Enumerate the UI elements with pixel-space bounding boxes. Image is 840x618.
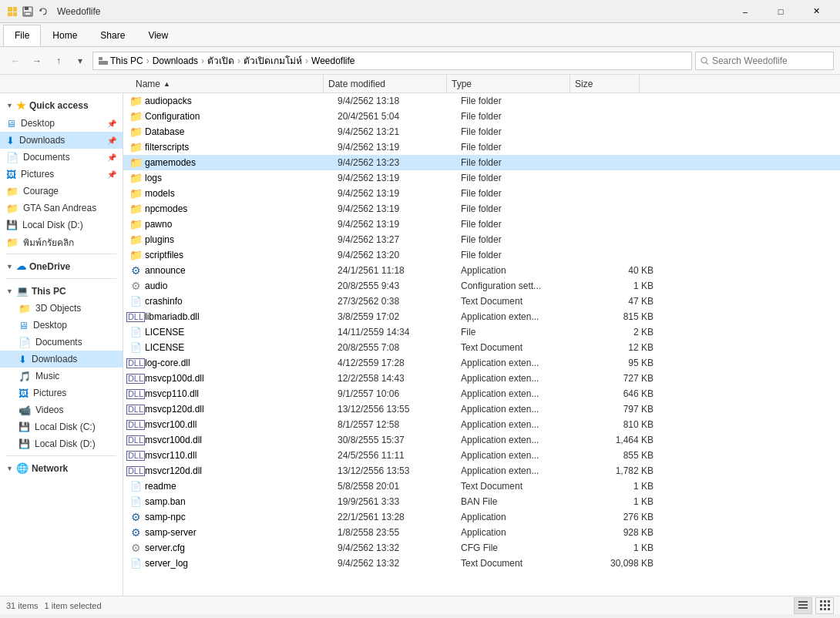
breadcrumb-part2[interactable]: ตัวเปิดเกมโม่ห์ [244,53,302,68]
download-icon: ⬇ [6,135,15,146]
table-row[interactable]: DLL msvcp100d.dll 12/2/2558 14:43 Applic… [123,371,840,386]
table-row[interactable]: 📁 models 9/4/2562 13:19 File folder [123,186,840,201]
file-type-icon: 📄 [129,480,142,492]
close-button[interactable]: ✕ [798,0,834,23]
table-row[interactable]: 📁 Configuration 20/4/2561 5:04 File fold… [123,109,840,124]
sidebar-item-courage[interactable]: 📁 Courage [0,183,123,200]
file-type-icon: 📁 [129,249,142,261]
sidebar-item-documents[interactable]: 📄 Documents 📌 [0,149,123,166]
file-date: 24/1/2561 11:18 [338,265,461,276]
table-row[interactable]: 📁 scriptfiles 9/4/2562 13:20 File folder [123,247,840,263]
breadcrumb-part1[interactable]: ตัวเปิด [207,53,234,68]
window-title: Weedoflife [57,6,100,17]
table-row[interactable]: 📁 gamemodes 9/4/2562 13:23 File folder [123,155,840,170]
table-row[interactable]: 📁 pawno 9/4/2562 13:19 File folder [123,217,840,232]
table-row[interactable]: DLL log-core.dll 4/12/2559 17:28 Applica… [123,355,840,371]
sidebar-group-onedrive[interactable]: ▼ ☁ OneDrive [0,257,123,275]
table-row[interactable]: DLL msvcp110.dll 9/1/2557 10:06 Applicat… [123,386,840,401]
sidebar-group-thispc[interactable]: ▼ 💻 This PC [0,282,123,300]
minimize-button[interactable]: – [727,0,763,23]
col-header-size[interactable]: Size [570,75,640,92]
table-row[interactable]: ⚙ server.cfg 9/4/2562 13:32 CFG File 1 K… [123,540,840,556]
file-name: LICENSE [145,327,338,338]
table-row[interactable]: ⚙ samp-npc 22/1/2561 13:28 Application 2… [123,509,840,525]
file-type-text: File [461,327,584,338]
table-row[interactable]: 📄 crashinfo 27/3/2562 0:38 Text Document… [123,294,840,309]
sidebar-item-desktop[interactable]: 🖥 Desktop 📌 [0,115,123,132]
sidebar-group-quickaccess[interactable]: ▼ ★ Quick access [0,96,123,115]
table-row[interactable]: 📁 plugins 9/4/2562 13:27 File folder [123,232,840,247]
table-row[interactable]: DLL libmariadb.dll 3/8/2559 17:02 Applic… [123,309,840,324]
table-row[interactable]: DLL msvcr120d.dll 13/12/2556 13:53 Appli… [123,463,840,479]
file-type-text: Application [461,265,584,276]
maximize-button[interactable]: □ [763,0,798,23]
table-row[interactable]: 📁 logs 9/4/2562 13:19 File folder [123,170,840,186]
tab-home[interactable]: Home [41,25,89,46]
table-row[interactable]: 📄 samp.ban 19/9/2561 3:33 BAN File 1 KB [123,494,840,509]
list-view-button[interactable] [794,597,812,614]
tab-share[interactable]: Share [89,25,136,46]
undo-icon[interactable] [37,5,49,18]
table-row[interactable]: DLL msvcp120d.dll 13/12/2556 13:55 Appli… [123,401,840,417]
breadcrumb[interactable]: This PC › Downloads › ตัวเปิด › ตัวเปิดเ… [92,52,692,70]
tab-view[interactable]: View [136,25,180,46]
file-icon: 📄 [130,496,142,507]
sidebar-item-3d[interactable]: 📁 3D Objects [0,300,123,317]
file-type-icon: 📁 [129,172,142,184]
sidebar-item-music[interactable]: 🎵 Music [0,368,123,385]
sidebar-item-pictures-pc[interactable]: 🖼 Pictures [0,385,123,401]
save-icon[interactable] [22,5,34,18]
desktop-icon: 🖥 [18,320,29,331]
file-type-text: Text Document [461,558,584,569]
file-date: 1/8/2558 23:55 [338,527,461,538]
table-row[interactable]: ⚙ audio 20/8/2555 9:43 Configuration set… [123,278,840,294]
search-box[interactable] [695,52,834,70]
table-row[interactable]: 📁 audiopacks 9/4/2562 13:18 File folder [123,93,840,109]
tab-file[interactable]: File [3,25,41,46]
col-header-type[interactable]: Type [447,75,570,92]
file-date: 30/8/2555 15:37 [338,435,461,445]
table-row[interactable]: ⚙ samp-server 1/8/2558 23:55 Application… [123,525,840,540]
sidebar-item-localdisk-d[interactable]: 💾 Local Disk (D:) [0,435,123,452]
details-view-button[interactable] [815,597,834,614]
table-row[interactable]: 📁 filterscripts 9/4/2562 13:19 File fold… [123,139,840,155]
table-row[interactable]: DLL msvcr100.dll 8/1/2557 12:58 Applicat… [123,417,840,432]
col-header-date[interactable]: Date modified [324,75,447,92]
table-row[interactable]: DLL msvcr100d.dll 30/8/2555 15:37 Applic… [123,432,840,448]
col-header-name[interactable]: Name ▲ [131,75,324,92]
forward-button[interactable]: → [28,52,46,70]
sidebar-item-desktop-pc[interactable]: 🖥 Desktop [0,317,123,334]
app-icon: ⚙ [131,526,141,539]
sidebar-item-documents-pc[interactable]: 📄 Documents [0,334,123,351]
table-row[interactable]: 📄 readme 5/8/2558 20:01 Text Document 1 … [123,479,840,494]
breadcrumb-weedoflife[interactable]: Weedoflife [311,55,354,66]
recent-locations-button[interactable]: ▾ [71,52,89,70]
sidebar-item-downloads[interactable]: ⬇ Downloads 📌 [0,132,123,149]
sidebar-item-localdisk-c[interactable]: 💾 Local Disk (C:) [0,418,123,435]
back-button[interactable]: ← [6,52,25,70]
table-row[interactable]: 📁 Database 9/4/2562 13:21 File folder [123,124,840,139]
svg-rect-5 [25,7,29,10]
txt-icon: 📄 [130,481,142,492]
table-row[interactable]: 📄 LICENSE 20/8/2555 7:08 Text Document 1… [123,340,840,355]
svg-rect-8 [99,57,102,60]
sidebar-item-thai[interactable]: 📁 พิมพ์กรัยคลิก [0,233,123,250]
file-size: 815 KB [584,311,654,322]
file-list: 📁 audiopacks 9/4/2562 13:18 File folder … [123,93,840,596]
table-row[interactable]: ⚙ announce 24/1/2561 11:18 Application 4… [123,263,840,278]
search-input[interactable] [712,55,828,66]
breadcrumb-thispc[interactable]: This PC [110,55,143,66]
table-row[interactable]: 📄 LICENSE 14/11/2559 14:34 File 2 KB [123,324,840,340]
table-row[interactable]: DLL msvcr110.dll 24/5/2556 11:11 Applica… [123,448,840,463]
breadcrumb-downloads[interactable]: Downloads [153,55,198,66]
table-row[interactable]: 📄 server_log 9/4/2562 13:32 Text Documen… [123,556,840,571]
sidebar-item-downloads-pc[interactable]: ⬇ Downloads [0,351,123,368]
sidebar-item-pictures[interactable]: 🖼 Pictures 📌 [0,166,123,183]
sidebar-item-videos[interactable]: 📹 Videos [0,401,123,418]
file-size: 797 KB [584,404,654,415]
table-row[interactable]: 📁 npcmodes 9/4/2562 13:19 File folder [123,201,840,217]
sidebar-item-gta[interactable]: 📁 GTA San Andreas [0,200,123,217]
sidebar-item-localdisk-d-quick[interactable]: 💾 Local Disk (D:) [0,217,123,233]
up-button[interactable]: ↑ [49,52,68,70]
sidebar-group-network[interactable]: ▼ 🌐 Network [0,459,123,477]
